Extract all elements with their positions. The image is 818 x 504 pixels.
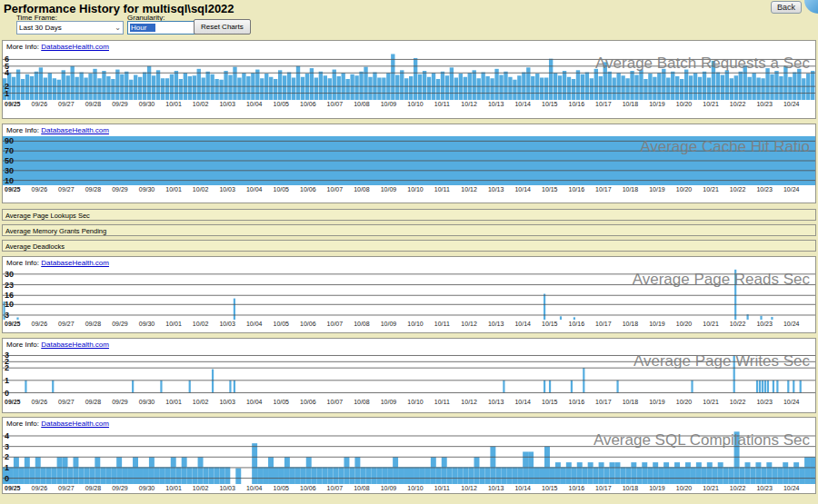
x-axis-dates: 09/2509/2609/2709/2809/2909/3010/0110/02… bbox=[3, 320, 815, 330]
x-axis-label: 10/09 bbox=[381, 321, 397, 327]
collapsed-panel-deadlocks[interactable]: Average Deadlocks bbox=[2, 240, 816, 252]
chart-panel-cache-hit-ratio: More Info: DatabaseHealth.com 9070503010… bbox=[2, 124, 816, 203]
x-axis-label: 10/03 bbox=[219, 485, 235, 491]
x-axis-label: 10/07 bbox=[327, 321, 344, 327]
x-axis-label: 10/14 bbox=[514, 186, 531, 193]
x-axis-label: 09/28 bbox=[85, 186, 102, 193]
svg-text:4: 4 bbox=[5, 68, 9, 77]
database-health-link[interactable]: DatabaseHealth.com bbox=[41, 126, 109, 134]
x-axis-label: 10/20 bbox=[676, 101, 693, 107]
x-axis-label: 10/20 bbox=[676, 485, 693, 491]
x-axis-label: 10/11 bbox=[434, 321, 450, 327]
more-info-row: More Info: DatabaseHealth.com bbox=[3, 339, 815, 351]
x-axis-label: 10/12 bbox=[461, 186, 477, 193]
database-health-link[interactable]: DatabaseHealth.com bbox=[41, 420, 109, 428]
x-axis-label: 10/02 bbox=[193, 186, 209, 193]
back-button[interactable]: Back bbox=[771, 1, 802, 14]
header: Performance History for multisql\sql2022… bbox=[0, 0, 818, 40]
x-axis-label: 10/17 bbox=[595, 399, 612, 405]
svg-text:2: 2 bbox=[5, 363, 9, 372]
x-axis-label: 10/06 bbox=[300, 101, 316, 107]
x-axis-label: 10/19 bbox=[649, 101, 665, 107]
more-info-label: More Info: bbox=[6, 420, 39, 428]
svg-text:50: 50 bbox=[5, 156, 14, 165]
x-axis-label: 10/09 bbox=[381, 101, 397, 107]
x-axis-label: 10/07 bbox=[327, 186, 344, 193]
x-axis-label: 10/10 bbox=[407, 321, 424, 327]
x-axis-label: 10/04 bbox=[246, 101, 263, 107]
x-axis-label: 10/16 bbox=[569, 321, 585, 327]
x-axis-dates: 09/2509/2609/2709/2809/2909/3010/0110/02… bbox=[3, 484, 815, 494]
x-axis-label: 10/06 bbox=[300, 485, 316, 491]
more-info-label: More Info: bbox=[6, 43, 39, 51]
x-axis-label: 09/29 bbox=[112, 399, 128, 405]
x-axis-label: 10/09 bbox=[381, 485, 397, 491]
x-axis-dates: 09/2509/2609/2709/2809/2909/3010/0110/02… bbox=[3, 398, 815, 408]
x-axis-label: 10/13 bbox=[488, 101, 504, 107]
x-axis-label: 10/04 bbox=[246, 399, 263, 405]
svg-text:10: 10 bbox=[5, 176, 14, 185]
x-axis-label: 09/29 bbox=[112, 485, 128, 491]
x-axis-label: 10/14 bbox=[514, 101, 531, 107]
x-axis-label: 09/25 bbox=[5, 321, 21, 327]
x-axis-label: 10/16 bbox=[569, 485, 585, 491]
x-axis-label: 09/28 bbox=[85, 101, 102, 107]
page-reads-chart: 302316103 bbox=[3, 269, 815, 320]
svg-text:0: 0 bbox=[5, 474, 9, 483]
x-axis-label: 10/12 bbox=[461, 399, 477, 405]
x-axis-label: 10/08 bbox=[354, 321, 370, 327]
x-axis-label: 10/15 bbox=[542, 186, 558, 193]
x-axis-label: 10/17 bbox=[595, 186, 612, 193]
more-info-row: More Info: DatabaseHealth.com bbox=[3, 257, 815, 269]
x-axis-label: 10/11 bbox=[434, 186, 450, 193]
x-axis-label: 09/26 bbox=[32, 101, 48, 107]
database-health-link[interactable]: DatabaseHealth.com bbox=[41, 259, 109, 267]
x-axis-label: 10/22 bbox=[730, 321, 746, 327]
x-axis-dates: 09/2509/2609/2709/2809/2909/3010/0110/02… bbox=[3, 185, 815, 195]
svg-text:3: 3 bbox=[5, 311, 9, 320]
chart-panel-batch-requests: More Info: DatabaseHealth.com 65421 Aver… bbox=[2, 40, 816, 119]
more-info-label: More Info: bbox=[6, 259, 39, 267]
collapsed-panel-memory-grants[interactable]: Average Memory Grants Pending bbox=[2, 224, 816, 236]
x-axis-label: 10/08 bbox=[354, 485, 370, 491]
x-axis-label: 10/15 bbox=[542, 101, 558, 107]
database-health-link[interactable]: DatabaseHealth.com bbox=[41, 43, 109, 51]
x-axis-label: 10/03 bbox=[219, 186, 235, 193]
x-axis-label: 10/05 bbox=[274, 321, 290, 327]
x-axis-label: 10/17 bbox=[595, 485, 612, 491]
x-axis-label: 10/02 bbox=[193, 485, 209, 491]
chart-panel-sql-compilations: More Info: DatabaseHealth.com 43210 Aver… bbox=[2, 417, 816, 494]
x-axis-label: 10/12 bbox=[461, 485, 477, 491]
chevron-down-icon: ⌄ bbox=[115, 25, 121, 32]
svg-text:1: 1 bbox=[5, 463, 9, 472]
time-frame-select[interactable]: Last 30 Days ⌄ bbox=[16, 21, 124, 35]
x-axis-label: 10/20 bbox=[676, 321, 693, 327]
granularity-value: Hour bbox=[130, 24, 155, 32]
x-axis-label: 10/13 bbox=[488, 485, 504, 491]
x-axis-label: 10/07 bbox=[327, 399, 344, 405]
x-axis-label: 10/21 bbox=[703, 399, 719, 405]
more-info-label: More Info: bbox=[6, 341, 39, 349]
x-axis-label: 10/19 bbox=[649, 399, 665, 405]
x-axis-label: 10/01 bbox=[165, 399, 182, 405]
x-axis-label: 10/02 bbox=[193, 321, 209, 327]
x-axis-label: 09/26 bbox=[32, 485, 48, 491]
x-axis-label: 10/24 bbox=[783, 186, 800, 193]
x-axis-label: 10/18 bbox=[623, 321, 639, 327]
x-axis-label: 10/22 bbox=[730, 186, 746, 193]
reset-charts-button[interactable]: Reset Charts bbox=[194, 19, 251, 35]
x-axis-label: 10/13 bbox=[488, 186, 504, 193]
collapsed-panel-page-lookups[interactable]: Average Page Lookups Sec bbox=[2, 209, 816, 221]
x-axis-label: 10/23 bbox=[756, 399, 773, 405]
x-axis-label: 09/30 bbox=[139, 321, 155, 327]
x-axis-label: 10/24 bbox=[783, 399, 800, 405]
x-axis-label: 10/03 bbox=[219, 101, 235, 107]
x-axis-label: 10/18 bbox=[623, 399, 639, 405]
chart-panel-page-writes: More Info: DatabaseHealth.com 32210 Aver… bbox=[2, 338, 816, 413]
x-axis-label: 10/24 bbox=[783, 321, 800, 327]
more-info-label: More Info: bbox=[6, 126, 39, 134]
database-health-link[interactable]: DatabaseHealth.com bbox=[41, 341, 109, 349]
x-axis-dates: 09/2509/2609/2709/2809/2909/3010/0110/02… bbox=[3, 100, 815, 110]
chart-panel-page-reads: More Info: DatabaseHealth.com 302316103 … bbox=[2, 256, 816, 333]
x-axis-label: 10/13 bbox=[488, 321, 504, 327]
